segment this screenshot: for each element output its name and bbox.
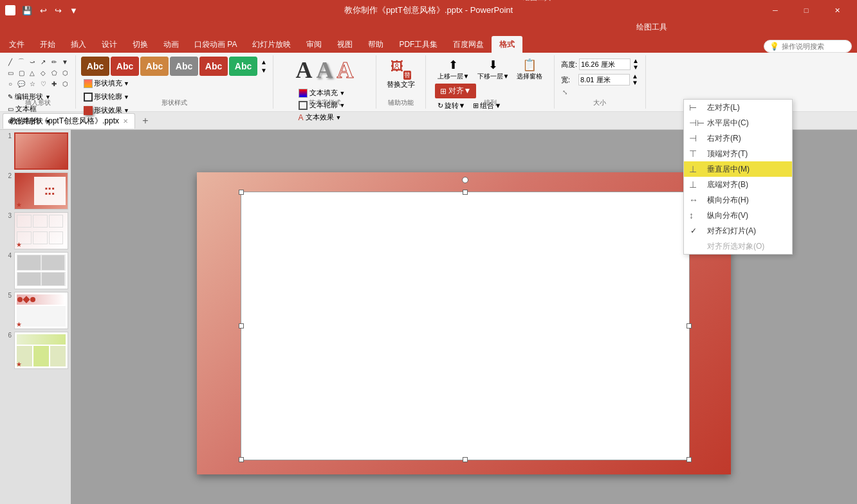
custom-qa-btn[interactable]: ▼ — [67, 4, 80, 17]
move-down-layer-btn[interactable]: ⬇ 下移一层▼ — [475, 57, 512, 82]
maximize-btn[interactable]: □ — [791, 0, 821, 21]
help-search-box[interactable]: 💡 — [764, 40, 852, 53]
callout-shape[interactable]: 💬 — [16, 78, 26, 89]
align-btn[interactable]: ⊞ 对齐▼ — [435, 84, 477, 98]
menu-align-bottom[interactable]: ⊥ 底端对齐(B) — [684, 177, 792, 192]
slide-thumb-5[interactable]: ★ — [14, 292, 68, 329]
triangle-shape[interactable]: △ — [27, 68, 37, 78]
heart-shape[interactable]: ♡ — [38, 78, 48, 89]
rounded-rect[interactable]: ▢ — [16, 68, 26, 78]
cube-shape[interactable]: ⬡ — [60, 78, 70, 89]
connector-shape[interactable]: ⤻ — [27, 57, 37, 67]
style-btn-2[interactable]: Abc — [111, 57, 139, 76]
art-letter-plain[interactable]: A — [296, 57, 313, 84]
cross-shape[interactable]: ✚ — [49, 78, 59, 89]
group-size: 高度: ▲ ▼ 宽: ▲ ▼ ⤡ 大小 — [555, 55, 646, 109]
merge-shapes-btn[interactable]: ⊕ 合并形状▼ — [5, 116, 70, 127]
tab-transition[interactable]: 切换 — [125, 36, 156, 53]
freeform-shape[interactable]: ✏ — [49, 57, 59, 67]
handle-top-left[interactable] — [239, 190, 244, 195]
slide-thumb-2[interactable]: ■ ■ ■■ ■ ■ ★ — [14, 172, 68, 210]
line-shape[interactable]: ╱ — [5, 57, 15, 67]
redo-qa-btn[interactable]: ↪ — [52, 4, 64, 17]
pentagon-shape[interactable]: ⬠ — [49, 68, 59, 78]
style-scroll-up[interactable]: ▲ — [260, 59, 268, 66]
tab-design[interactable]: 设计 — [94, 36, 125, 53]
tab-home[interactable]: 开始 — [32, 36, 63, 53]
rect-shape[interactable]: ▭ — [5, 68, 15, 78]
tab-help[interactable]: 帮助 — [360, 36, 391, 53]
slide-thumb-1[interactable] — [14, 132, 68, 170]
hexagon-shape[interactable]: ⬡ — [60, 68, 70, 78]
art-letter-outline[interactable]: A — [337, 57, 354, 84]
style-btn-1[interactable]: Abc — [81, 57, 109, 76]
slide-thumb-3[interactable]: ★ — [14, 212, 68, 249]
rotate-btn[interactable]: ↻旋转▼ — [435, 100, 468, 112]
menu-align-left[interactable]: ⊢ 左对齐(L) — [684, 100, 792, 115]
art-letter-shadow[interactable]: A — [317, 57, 333, 84]
style-btn-4[interactable]: Abc — [170, 57, 198, 76]
circle-shape[interactable]: ○ — [5, 78, 15, 89]
help-search-input[interactable] — [782, 42, 846, 50]
menu-dist-h[interactable]: ↔ 横向分布(H) — [684, 192, 792, 208]
size-expand-btn[interactable]: ⤡ — [561, 89, 639, 96]
tab-format[interactable]: 格式 — [492, 36, 522, 53]
handle-bottom-left[interactable] — [239, 457, 244, 462]
menu-align-top[interactable]: ⊤ 顶端对齐(T) — [684, 146, 792, 161]
handle-top-mid[interactable] — [463, 190, 468, 195]
curve-shape[interactable]: ⌒ — [16, 57, 26, 67]
width-down-btn[interactable]: ▼ — [632, 80, 638, 86]
tab-file[interactable]: 文件 — [1, 36, 32, 53]
handle-mid-left[interactable] — [239, 323, 244, 328]
rotate-handle[interactable] — [462, 177, 468, 183]
height-down-btn[interactable]: ▼ — [632, 64, 639, 71]
slide-item-3[interactable]: 3 ★ — [3, 212, 68, 249]
diamond-shape[interactable]: ◇ — [38, 68, 48, 78]
save-qa-btn[interactable]: 💾 — [19, 4, 35, 17]
shape-fill-btn[interactable]: 形状填充▼ — [81, 77, 268, 89]
undo-qa-btn[interactable]: ↩ — [37, 4, 50, 17]
menu-align-slide[interactable]: ✓ 对齐幻灯片(A) — [684, 223, 792, 239]
tab-insert[interactable]: 插入 — [63, 36, 94, 53]
style-btn-5[interactable]: Abc — [199, 57, 228, 76]
selected-shape[interactable] — [241, 192, 690, 460]
slide-thumb-6[interactable]: ★ — [14, 332, 68, 369]
arrow-shape[interactable]: ↗ — [38, 57, 48, 67]
minimize-btn[interactable]: ─ — [760, 0, 790, 21]
tab-animation[interactable]: 动画 — [156, 36, 187, 53]
tab-view[interactable]: 视图 — [329, 36, 360, 53]
menu-align-hcenter[interactable]: ⊣⊢ 水平居中(C) — [684, 115, 792, 130]
tab-pdf[interactable]: PDF工具集 — [391, 36, 445, 53]
replace-text-btn[interactable]: 🖼 替 替换文字 — [382, 57, 420, 92]
move-up-layer-btn[interactable]: ⬆ 上移一层▼ — [435, 57, 472, 82]
group-aux: 🖼 替 替换文字 辅助功能 — [376, 55, 426, 109]
close-btn[interactable]: ✕ — [822, 0, 852, 21]
text-effect-btn[interactable]: A 文本效果▼ — [296, 112, 354, 123]
handle-bottom-right[interactable] — [687, 457, 692, 462]
tab-review[interactable]: 审阅 — [299, 36, 329, 53]
style-btn-6[interactable]: Abc — [229, 57, 257, 76]
star-shape[interactable]: ☆ — [27, 78, 37, 89]
width-input[interactable] — [578, 74, 630, 86]
slide-item-2[interactable]: 2 ■ ■ ■■ ■ ■ ★ — [3, 172, 68, 210]
style-scroll-down[interactable]: ▼ — [260, 67, 268, 75]
menu-dist-v[interactable]: ↕ 纵向分布(V) — [684, 208, 792, 223]
tab-pa[interactable]: 口袋动画 PA — [187, 36, 244, 53]
height-input[interactable] — [579, 59, 631, 70]
doc-tab-close[interactable]: ✕ — [123, 118, 128, 125]
slide-item-6[interactable]: 6 ★ — [3, 332, 68, 369]
text-fill-btn[interactable]: 文本填充▼ — [296, 87, 354, 98]
more-shapes[interactable]: ▼ — [60, 57, 70, 67]
tab-baidu[interactable]: 百度网盘 — [445, 36, 492, 53]
select-pane-btn[interactable]: 📋 选择窗格 — [514, 57, 545, 82]
handle-bottom-mid[interactable] — [463, 457, 468, 462]
handle-mid-right[interactable] — [687, 323, 692, 328]
slide-item-1[interactable]: 1 — [3, 132, 68, 170]
slide-item-5[interactable]: 5 ★ — [3, 292, 68, 329]
menu-align-vcenter[interactable]: ⊥ 垂直居中(M) — [684, 161, 792, 177]
slide-thumb-4[interactable] — [14, 252, 68, 289]
style-btn-3[interactable]: Abc — [140, 57, 169, 76]
slide-item-4[interactable]: 4 — [3, 252, 68, 289]
tab-slideshow[interactable]: 幻灯片放映 — [244, 36, 299, 53]
menu-align-right[interactable]: ⊣ 右对齐(R) — [684, 130, 792, 146]
